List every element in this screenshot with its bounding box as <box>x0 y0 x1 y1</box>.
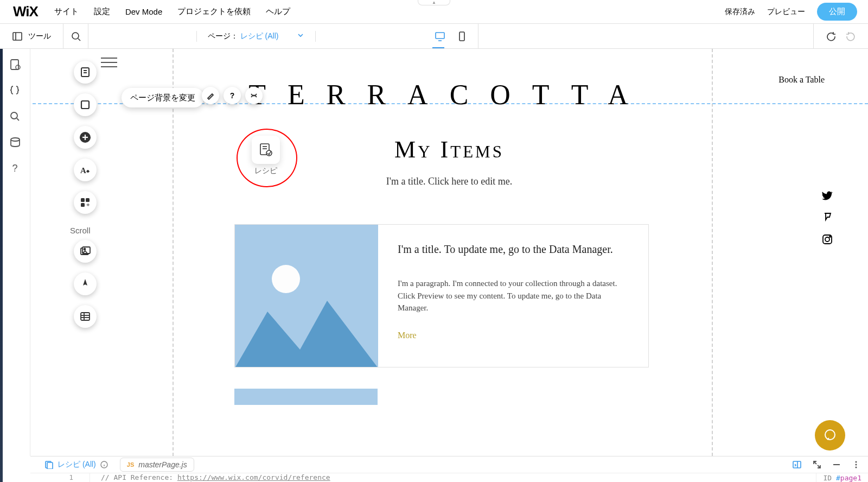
svg-point-41 <box>825 430 835 440</box>
book-table-link[interactable]: Book a Table <box>778 75 825 85</box>
image-placeholder-icon <box>235 225 378 367</box>
instagram-icon[interactable] <box>821 233 833 245</box>
svg-text:A: A <box>80 166 86 175</box>
help-rail-icon[interactable]: ? <box>12 163 17 174</box>
publish-button[interactable]: 公開 <box>817 3 857 21</box>
svg-rect-47 <box>793 461 801 468</box>
redo-icon[interactable] <box>845 31 856 42</box>
item-card-2-peek <box>234 389 378 405</box>
page-selector[interactable]: ページ： レシピ (All) <box>196 31 316 42</box>
code-tab-master[interactable]: JS masterPage.js <box>120 458 194 472</box>
twitter-icon[interactable] <box>821 190 833 202</box>
svg-rect-22 <box>81 101 89 109</box>
svg-rect-6 <box>459 32 464 41</box>
svg-rect-7 <box>11 60 18 69</box>
saved-status: 保存済み <box>725 7 755 17</box>
tools-label: ツール <box>28 31 51 41</box>
svg-point-2 <box>72 33 79 39</box>
highlight-circle <box>237 129 297 187</box>
card-title[interactable]: I'm a title. To update me, go to the Dat… <box>398 243 629 256</box>
svg-point-33 <box>84 249 86 250</box>
svg-point-9 <box>11 112 17 119</box>
minimize-icon[interactable] <box>832 460 841 469</box>
chat-icon <box>822 428 838 443</box>
theme-panel-button[interactable]: A <box>74 158 97 181</box>
wix-logo[interactable]: WiX <box>13 3 38 20</box>
svg-point-39 <box>825 237 829 242</box>
apps-panel-button[interactable]: + <box>74 191 97 214</box>
item-card[interactable]: I'm a title. To update me, go to the Dat… <box>234 224 649 367</box>
svg-point-40 <box>829 236 831 237</box>
add-panel-button[interactable] <box>74 126 97 149</box>
tools-button[interactable]: ツール <box>0 24 63 48</box>
pages-panel-button[interactable] <box>74 61 97 84</box>
svg-rect-34 <box>81 313 90 320</box>
left-rail: ? <box>0 49 30 456</box>
chat-button[interactable] <box>815 420 845 451</box>
search-icon <box>71 31 81 42</box>
menu-dev-mode[interactable]: Dev Mode <box>125 7 162 16</box>
page-code-icon[interactable] <box>9 59 21 71</box>
scroll-label: Scroll <box>70 226 91 235</box>
card-image-placeholder <box>235 225 378 367</box>
info-icon[interactable] <box>100 461 108 468</box>
media-panel-button[interactable] <box>74 240 97 263</box>
svg-rect-4 <box>436 33 444 39</box>
properties-icon[interactable] <box>792 460 802 470</box>
desktop-icon[interactable] <box>435 31 445 42</box>
design-icon[interactable] <box>202 87 219 104</box>
menu-help[interactable]: ヘルプ <box>266 7 290 17</box>
code-content[interactable]: // API Reference: https://www.wix.com/co… <box>90 473 330 482</box>
element-id-chip[interactable]: ID #page1 <box>816 473 868 482</box>
foursquare-icon[interactable] <box>821 212 833 224</box>
page-file-icon <box>44 460 53 469</box>
card-paragraph[interactable]: I'm a paragraph. I'm connected to your c… <box>398 277 629 314</box>
svg-text:+: + <box>86 201 90 208</box>
chevron-down-icon <box>297 31 304 42</box>
svg-line-10 <box>17 118 19 120</box>
card-more-link[interactable]: More <box>398 331 629 340</box>
editor-canvas[interactable]: TERRACOTTA Book a Table My Items I'm a t… <box>30 49 868 456</box>
subtitle-text[interactable]: I'm a title. Click here to edit me. <box>30 176 868 187</box>
svg-rect-43 <box>47 462 53 469</box>
code-panel: レシピ (All) JS masterPage.js 1 // API Refe… <box>30 456 868 482</box>
svg-rect-29 <box>81 203 85 207</box>
tool-bar: ツール ページ： レシピ (All) <box>0 24 868 49</box>
svg-point-54 <box>856 467 857 468</box>
change-bg-button[interactable]: ページ背景を変更 <box>122 88 204 107</box>
preview-button[interactable]: プレビュー <box>767 7 805 17</box>
menu-settings[interactable]: 設定 <box>94 7 110 17</box>
panel-icon <box>12 31 23 42</box>
animation-icon[interactable] <box>245 87 263 104</box>
heading-my-items[interactable]: My Items <box>30 136 868 163</box>
help-bubble-icon[interactable]: ? <box>224 87 241 104</box>
data-panel-button[interactable] <box>74 305 97 328</box>
page-label: ページ： <box>208 31 238 40</box>
svg-point-11 <box>11 138 20 141</box>
svg-point-17 <box>272 265 300 293</box>
search-rail-icon[interactable] <box>9 111 21 123</box>
expand-tab[interactable]: ▲ <box>418 0 450 5</box>
background-panel-button[interactable] <box>74 93 97 116</box>
hamburger-menu[interactable] <box>101 54 117 71</box>
svg-line-3 <box>78 39 80 41</box>
undo-icon[interactable] <box>826 31 837 42</box>
search-button[interactable] <box>63 24 88 48</box>
svg-point-53 <box>856 464 857 466</box>
database-icon[interactable] <box>9 137 21 149</box>
top-menu-bar: ▲ WiX サイト 設定 Dev Mode プロジェクトを依頼 ヘルプ 保存済み… <box>0 0 868 24</box>
svg-rect-0 <box>13 33 22 40</box>
more-vert-icon[interactable] <box>852 460 860 469</box>
blog-panel-button[interactable] <box>74 272 97 295</box>
mobile-icon[interactable] <box>456 31 467 42</box>
menu-hire[interactable]: プロジェクトを依頼 <box>177 7 251 17</box>
svg-point-52 <box>856 461 857 463</box>
code-tab-page[interactable]: レシピ (All) <box>38 458 114 472</box>
braces-icon[interactable] <box>9 85 21 97</box>
line-number: 1 <box>30 473 90 482</box>
svg-rect-27 <box>81 198 85 202</box>
page-name: レシピ (All) <box>240 31 279 40</box>
menu-site[interactable]: サイト <box>54 7 79 17</box>
expand-icon[interactable] <box>813 460 821 469</box>
